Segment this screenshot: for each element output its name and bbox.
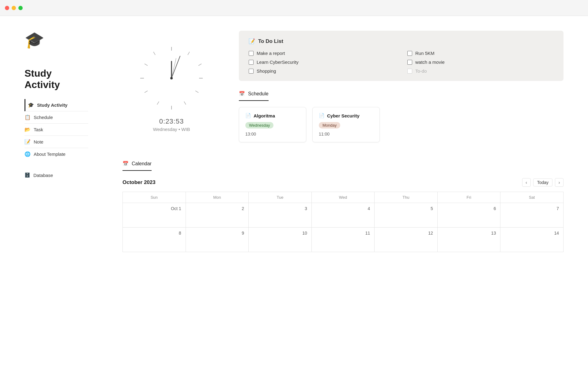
- svg-line-4: [195, 91, 198, 93]
- schedule-header-label: Schedule: [248, 91, 269, 97]
- database-icon: 🗄️: [24, 172, 30, 178]
- sidebar-item-label: Note: [34, 139, 43, 144]
- todo-checkbox-shopping[interactable]: [249, 69, 254, 74]
- calendar-day-header-tue: Tue: [249, 192, 312, 203]
- schedule-icon: 📋: [24, 114, 31, 120]
- task-icon: 📂: [24, 127, 31, 132]
- schedule-card-icon: 📄: [245, 113, 251, 118]
- calendar-day-cell[interactable]: 6: [438, 203, 501, 228]
- todo-header-icon: 📝: [249, 38, 255, 44]
- sidebar-item-schedule[interactable]: 📋 Schedule: [24, 111, 88, 124]
- todo-container: 📝 To Do List Make a report Run 5KM: [239, 31, 564, 81]
- calendar-toolbar: October 2023 ‹ Today ›: [123, 178, 564, 187]
- sidebar-item-study-activity[interactable]: 🎓 Study Activity: [24, 99, 88, 111]
- schedule-header-icon: 📅: [239, 91, 245, 97]
- todo-grid: Make a report Run 5KM Learn CyberSecurit…: [249, 51, 554, 74]
- clock-time: 0:23:53: [153, 117, 190, 125]
- calendar-day-cell[interactable]: Oct 1: [123, 203, 186, 228]
- schedule-container: 📅 Schedule 📄 Algoritma Wednesday 13:00: [239, 91, 564, 142]
- main-content: 0:23:53 Wednesday • WIB 📝 To Do List Mak…: [98, 16, 588, 368]
- schedule-card-title: 📄 Cyber Security: [319, 113, 373, 118]
- todo-checkbox-run-5km[interactable]: [407, 51, 412, 56]
- about-template-icon: 🌐: [24, 151, 31, 157]
- svg-line-1: [188, 52, 190, 55]
- maximize-button[interactable]: [18, 6, 23, 10]
- todo-item-make-a-report: Make a report: [249, 51, 395, 56]
- calendar-day-header-sat: Sat: [500, 192, 564, 203]
- database-label: Database: [33, 173, 53, 178]
- svg-line-5: [184, 102, 186, 105]
- close-button[interactable]: [5, 6, 9, 10]
- calendar-day-cell[interactable]: 4: [312, 203, 375, 228]
- calendar-day-cell[interactable]: 9: [186, 228, 249, 252]
- calendar-day-cell[interactable]: 8: [123, 228, 186, 252]
- sidebar-item-note[interactable]: 📝 Note: [24, 136, 88, 148]
- todo-item-watch-a-movie: watch a movie: [407, 59, 554, 65]
- calendar-day-cell[interactable]: 3: [249, 203, 312, 228]
- svg-point-15: [170, 77, 173, 79]
- sidebar-database[interactable]: 🗄️ Database: [24, 170, 88, 180]
- todo-item-learn-cybersecurity: Learn CyberSecurity: [249, 59, 395, 65]
- todo-label: Make a report: [257, 51, 285, 56]
- calendar-next-button[interactable]: ›: [555, 178, 564, 187]
- todo-checkbox-learn-cybersecurity[interactable]: [249, 60, 254, 65]
- todo-label: Shopping: [257, 68, 276, 74]
- calendar-day-cell[interactable]: 12: [375, 228, 438, 252]
- svg-line-11: [153, 52, 155, 55]
- clock-day: Wednesday • WIB: [153, 127, 190, 132]
- calendar-day-cell[interactable]: 14: [500, 228, 564, 252]
- top-section: 0:23:53 Wednesday • WIB 📝 To Do List Mak…: [123, 31, 564, 142]
- calendar-day-header-fri: Fri: [438, 192, 501, 203]
- svg-line-10: [145, 64, 148, 66]
- todo-checkbox-watch-a-movie[interactable]: [407, 60, 412, 65]
- app-container: 🎓 Study Activity 🎓 Study Activity 📋 Sche…: [0, 16, 588, 368]
- calendar-month-title: October 2023: [123, 179, 156, 186]
- calendar-day-cell[interactable]: 10: [249, 228, 312, 252]
- todo-checkbox-make-a-report[interactable]: [249, 51, 254, 56]
- calendar-header-label: Calendar: [132, 161, 152, 167]
- calendar-day-header-thu: Thu: [375, 192, 438, 203]
- calendar-day-header-mon: Mon: [186, 192, 249, 203]
- todo-label: To-do: [415, 68, 427, 74]
- todo-header: 📝 To Do List: [249, 38, 554, 44]
- schedule-card-name: Cyber Security: [327, 113, 360, 118]
- study-activity-icon: 🎓: [28, 102, 34, 108]
- todo-checkbox-todo[interactable]: [407, 69, 412, 74]
- clock-face: [135, 41, 208, 115]
- schedule-card-cybersecurity: 📄 Cyber Security Monday 11:00: [312, 107, 380, 142]
- sidebar: 🎓 Study Activity 🎓 Study Activity 📋 Sche…: [0, 16, 98, 368]
- calendar-day-cell[interactable]: 13: [438, 228, 501, 252]
- calendar-nav: ‹ Today ›: [522, 178, 564, 187]
- sidebar-item-task[interactable]: 📂 Task: [24, 124, 88, 136]
- app-logo: 🎓: [24, 31, 88, 49]
- schedule-card-name: Algoritma: [254, 113, 275, 118]
- calendar-day-cell[interactable]: 5: [375, 203, 438, 228]
- calendar-tab[interactable]: 📅 Calendar: [123, 161, 152, 171]
- sidebar-nav: 🎓 Study Activity 📋 Schedule 📂 Task 📝 Not…: [24, 99, 88, 160]
- day-badge-monday: Monday: [319, 122, 340, 128]
- sidebar-item-label: Task: [34, 127, 43, 132]
- svg-line-8: [145, 91, 148, 93]
- calendar-day-header-sun: Sun: [123, 192, 186, 203]
- schedule-card-algoritma: 📄 Algoritma Wednesday 13:00: [239, 107, 306, 142]
- todo-item-todo: To-do: [407, 68, 554, 74]
- schedule-tab[interactable]: 📅 Schedule: [239, 91, 269, 101]
- todo-item-run-5km: Run 5KM: [407, 51, 554, 56]
- calendar-today-button[interactable]: Today: [533, 178, 552, 186]
- calendar-day-cell[interactable]: 7: [500, 203, 564, 228]
- sidebar-item-label: Schedule: [34, 115, 53, 120]
- sidebar-item-label: Study Activity: [37, 102, 67, 108]
- clock-section: 0:23:53 Wednesday • WIB: [123, 31, 221, 142]
- clock-text: 0:23:53 Wednesday • WIB: [153, 117, 190, 132]
- calendar-prev-button[interactable]: ‹: [522, 178, 531, 187]
- schedule-card-title: 📄 Algoritma: [245, 113, 300, 118]
- svg-line-7: [157, 102, 159, 105]
- calendar-day-cell[interactable]: 11: [312, 228, 375, 252]
- sidebar-item-about-template[interactable]: 🌐 About Template: [24, 148, 88, 160]
- schedule-time: 13:00: [245, 132, 300, 136]
- minimize-button[interactable]: [12, 6, 16, 10]
- todo-label: Learn CyberSecurity: [257, 59, 299, 65]
- sidebar-item-label: About Template: [34, 151, 66, 157]
- app-title: Study Activity: [24, 68, 88, 90]
- calendar-day-cell[interactable]: 2: [186, 203, 249, 228]
